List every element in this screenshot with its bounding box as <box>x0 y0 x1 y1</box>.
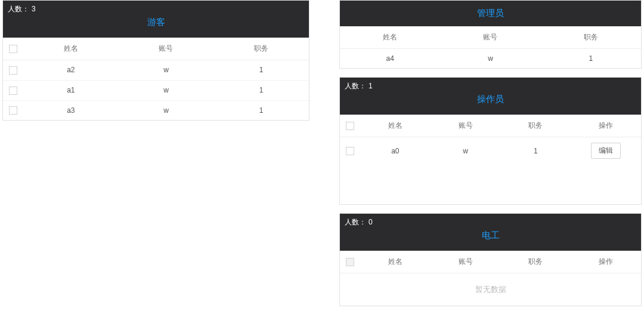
col-action: 操作 <box>571 115 641 137</box>
electrician-panel-header: 人数：0 电工 <box>340 214 641 251</box>
count-label: 人数： <box>345 217 366 227</box>
col-account: 账号 <box>431 251 501 273</box>
row-checkbox[interactable] <box>9 66 17 75</box>
electrician-count-value: 0 <box>369 218 373 226</box>
table-row: a2 w 1 <box>3 60 309 81</box>
visitor-panel-header: 人数：3 游客 <box>3 1 309 38</box>
col-name: 姓名 <box>340 26 440 49</box>
cell-role: 1 <box>501 137 571 165</box>
col-name: 姓名 <box>360 115 431 137</box>
edit-button[interactable]: 编辑 <box>591 143 621 159</box>
table-row: a1 w 1 <box>3 80 309 100</box>
table-row: a3 w 1 <box>3 100 309 120</box>
table-row: a4 w 1 <box>340 49 641 69</box>
visitor-count-value: 3 <box>32 5 36 13</box>
cell-name: a3 <box>23 100 119 120</box>
col-action: 操作 <box>571 251 641 273</box>
admin-panel-title: 管理员 <box>340 1 641 26</box>
empty-message: 暂无数据 <box>340 273 641 306</box>
count-label: 人数： <box>345 81 366 91</box>
electrician-table: 姓名 账号 职务 操作 <box>340 251 641 273</box>
col-account: 账号 <box>431 115 501 137</box>
col-role: 职务 <box>541 26 641 49</box>
cell-name: a1 <box>23 80 119 100</box>
operator-panel-title: 操作员 <box>345 91 636 111</box>
col-role: 职务 <box>501 251 571 273</box>
cell-role: 1 <box>213 80 309 100</box>
operator-panel-header: 人数：1 操作员 <box>340 78 641 115</box>
table-row: a0 w 1 编辑 <box>340 137 641 165</box>
operator-count-value: 1 <box>369 82 373 90</box>
cell-role: 1 <box>541 49 641 69</box>
row-checkbox[interactable] <box>9 87 17 95</box>
cell-role: 1 <box>213 60 309 81</box>
admin-panel: 管理员 姓名 账号 职务 a4 w 1 <box>339 0 642 69</box>
cell-account: w <box>431 137 501 165</box>
col-name: 姓名 <box>23 38 119 60</box>
operator-table: 姓名 账号 职务 操作 a0 w 1 编辑 <box>340 115 641 164</box>
electrician-panel: 人数：0 电工 姓名 账号 职务 操作 暂无数据 <box>339 213 642 306</box>
col-account: 账号 <box>119 38 214 60</box>
electrician-select-all-checkbox[interactable] <box>346 258 354 266</box>
cell-name: a2 <box>23 60 119 81</box>
operator-select-all-checkbox[interactable] <box>346 122 354 130</box>
cell-account: w <box>119 60 214 81</box>
col-account: 账号 <box>440 26 540 49</box>
col-role: 职务 <box>213 38 309 60</box>
admin-table: 姓名 账号 职务 a4 w 1 <box>340 26 641 68</box>
cell-account: w <box>119 100 214 120</box>
col-name: 姓名 <box>360 251 431 273</box>
cell-account: w <box>440 49 540 69</box>
col-role: 职务 <box>501 115 571 137</box>
row-checkbox[interactable] <box>9 106 17 115</box>
visitor-panel-title: 游客 <box>8 14 304 34</box>
count-label: 人数： <box>8 4 29 14</box>
cell-role: 1 <box>213 100 309 120</box>
cell-action: 编辑 <box>571 137 641 165</box>
electrician-panel-title: 电工 <box>345 227 636 247</box>
operator-panel: 人数：1 操作员 姓名 账号 职务 操作 <box>339 77 642 205</box>
row-checkbox[interactable] <box>346 147 354 155</box>
visitor-panel: 人数：3 游客 姓名 账号 职务 a2 w <box>2 0 309 121</box>
cell-name: a0 <box>360 137 431 165</box>
visitor-select-all-checkbox[interactable] <box>9 45 17 53</box>
cell-name: a4 <box>340 49 440 69</box>
visitor-table: 姓名 账号 职务 a2 w 1 a1 w <box>3 38 309 120</box>
cell-account: w <box>119 80 214 100</box>
